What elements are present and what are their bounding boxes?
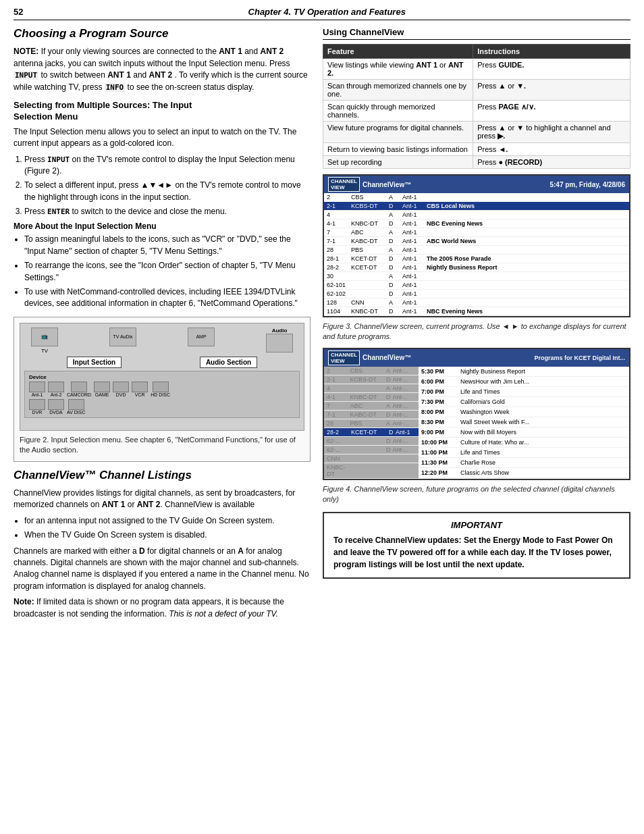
cv-row-dim: 4-1KNBC-DTDAnt-...: [324, 393, 419, 402]
cv-row: 62-101DAnt-1: [324, 281, 629, 290]
note-ant1: ANT 1: [219, 47, 242, 56]
table-cell-instructions: Press PAGE ∧/∨.: [473, 101, 630, 122]
subsection1-title: Selecting from Multiple Sources: The Inp…: [14, 100, 311, 123]
cv-row-dim: 7-1KABC-DTDAnt-...: [324, 411, 419, 419]
subsection1-body: The Input Selection menu allows you to s…: [14, 126, 311, 150]
prog-row: 10:00 PMCulture of Hate: Who ar...: [419, 438, 629, 448]
note-info-key: INFO: [105, 83, 126, 92]
table-row: View future programs for digital channel…: [323, 122, 630, 143]
cv-row: 128CNNAAnt-1: [324, 298, 629, 307]
channelview-table: Feature Instructions View listings while…: [323, 44, 630, 169]
note2-block: Note: If limited data is shown or no pro…: [14, 596, 311, 620]
bullet-3: To use with NetCommand-controlled device…: [24, 286, 311, 310]
table-header-instructions: Instructions: [473, 45, 630, 59]
note-and1: and: [244, 47, 260, 56]
table-row: View listings while viewing ANT 1 or ANT…: [323, 59, 630, 80]
step3-enter-key: ENTER: [47, 207, 70, 216]
step1-input-key: INPUT: [47, 155, 70, 164]
important-text: To receive ChannelView updates: Set the …: [333, 534, 620, 571]
cv-row: 7ABCAAnt-1: [324, 228, 629, 237]
cv-row-dim: 2CBSAAnt-...: [324, 367, 419, 375]
table-cell-instructions: Press ● (RECORD): [473, 156, 630, 169]
table-row: Set up recording Press ● (RECORD): [323, 156, 630, 169]
d-label: D: [139, 546, 145, 556]
section2-title: ChannelView™ Channel Listings: [14, 469, 311, 482]
section2-bullets: for an antenna input not assigned to the…: [14, 515, 311, 542]
prog-row: 7:00 PMLife and Times: [419, 387, 629, 397]
channelview-screen1: CHANNELVIEW ChannelView™ 5:47 pm, Friday…: [323, 174, 630, 317]
prog-row: 12:20 PMClassic Arts Show: [419, 468, 629, 478]
bullet-1: To assign meaningful labels to the icons…: [24, 234, 311, 257]
note-block: NOTE: If your only viewing sources are c…: [14, 46, 311, 93]
important-box: IMPORTANT To receive ChannelView updates…: [323, 512, 630, 579]
cv-row: 28-1KCET-DTDAnt-1The 2005 Rose Parade: [324, 255, 629, 263]
step2-keys: ▲▼◄►: [141, 180, 173, 190]
table-header-feature: Feature: [323, 45, 473, 59]
bullet-cv-2: When the TV Guide On Screen system is di…: [24, 529, 311, 541]
screen2-title: ChannelView™: [363, 354, 534, 361]
step-3: Press ENTER to switch to the device and …: [24, 206, 311, 217]
cv-row-dim: KNBC-DT: [324, 463, 419, 479]
steps-list: Press INPUT on the TV's remote control t…: [14, 154, 311, 218]
cv-row: 62-102DAnt-1: [324, 290, 629, 298]
screen2-body: 2CBSAAnt-... 2-1KCBS-DTDAnt-... 4AAnt-..…: [324, 367, 629, 479]
more-about-title: More About the Input Selection Menu: [14, 221, 311, 231]
table-cell-instructions: Press ◄.: [473, 143, 630, 156]
cv-row: 28-2KCET-DTDAnt-1Nightly Business Report: [324, 263, 629, 272]
prog-row: 9:00 PMNow with Bill Moyers: [419, 427, 629, 438]
section2-body1: ChannelView provides listings for digita…: [14, 488, 311, 511]
table-cell-feature: View future programs for digital channel…: [323, 122, 473, 143]
table-cell-instructions: Press GUIDE.: [473, 59, 630, 80]
table-cell-feature: Scan through memorized channels one by o…: [323, 80, 473, 101]
note-label: NOTE:: [14, 47, 38, 56]
section2-body2: Channels are marked with either a D for …: [14, 546, 311, 593]
prog-row: 8:00 PMWashington Week: [419, 407, 629, 417]
cv-row-dim: 62-...DAnt-...: [324, 437, 419, 446]
section1-title: Choosing a Program Source: [14, 27, 311, 41]
table-cell-instructions: Press ▲ or ▼ to highlight a channel and …: [473, 122, 630, 143]
screen2-right-title: Programs for KCET Digital Int...: [534, 355, 625, 361]
chapter-title: Chapter 4. TV Operation and Features: [23, 7, 630, 17]
bullet-cv-1: for an antenna input not assigned to the…: [24, 515, 311, 527]
figure4-caption: Figure 4. ChannelView screen, future pro…: [323, 484, 630, 505]
note2-label: Note:: [14, 597, 34, 606]
table-row: Return to viewing basic list­ings inform…: [323, 143, 630, 156]
note-ant1b: ANT 1: [107, 70, 131, 80]
cv-row-dim: 28PBSAAnt-...: [324, 419, 419, 428]
page-number: 52: [14, 7, 23, 17]
table-cell-feature: Set up recording: [323, 156, 473, 169]
screen2-logo: CHANNELVIEW: [328, 350, 360, 365]
table-cell-feature: Scan quickly through memo­rized channels…: [323, 101, 473, 122]
cv-row-highlighted: 2-1KCBS-DTDAnt-1CBS Local News: [324, 202, 629, 211]
screen1-logo: CHANNELVIEW: [328, 177, 360, 192]
figure2-box: 📺 TV TV AuDix AMP Audio: [14, 317, 311, 462]
screen1-body: 2CBSAAnt-1 2-1KCBS-DTDAnt-1CBS Local New…: [324, 193, 629, 316]
left-column: Choosing a Program Source NOTE: If your …: [14, 27, 311, 627]
screen2-header: CHANNELVIEW ChannelView™ Programs for KC…: [324, 349, 629, 367]
note-text3: to switch between: [41, 70, 107, 80]
cv-row-dim: CNN: [324, 454, 419, 463]
table-cell-feature: Return to viewing basic list­ings inform…: [323, 143, 473, 156]
cv-row-dim: 62-...DAnt-...: [324, 446, 419, 454]
important-title: IMPORTANT: [333, 520, 620, 530]
audio-section-label: Audio Section: [200, 357, 257, 368]
figure2-caption-text: Figure 2. Input Selection menu. See chap…: [20, 436, 296, 454]
figure3-caption: Figure 3. ChannelView screen, current pr…: [323, 321, 630, 342]
cv-row-dim: 4AAnt-...: [324, 384, 419, 393]
step-1: Press INPUT on the TV's remote control t…: [24, 154, 311, 178]
right-column: Using ChannelView Feature Instructions V…: [323, 27, 630, 627]
screen1-time: 5:47 pm, Friday, 4/28/06: [549, 181, 625, 188]
ant1-ref: ANT 1: [102, 500, 126, 509]
cv-row-highlighted: 28-2KCET-DTDAnt-1: [324, 428, 419, 437]
prog-row: 5:30 PMNightly Business Report: [419, 367, 629, 377]
note-text5: to see the on-screen status display.: [128, 82, 254, 92]
note-ant2b: ANT 2: [149, 70, 173, 80]
page-header: 52 Chapter 4. TV Operation and Features: [14, 7, 630, 20]
two-column-layout: Choosing a Program Source NOTE: If your …: [14, 27, 630, 627]
note-text1: If your only viewing sources are connect…: [41, 47, 219, 56]
a-label: A: [238, 546, 244, 556]
note2-italic: This is not a defect of your TV.: [169, 609, 278, 619]
cv-row-dim: 2-1KCBS-DTDAnt-...: [324, 375, 419, 384]
more-about-list: To assign meaningful labels to the icons…: [14, 234, 311, 309]
ant2-ref: ANT 2: [137, 500, 161, 509]
